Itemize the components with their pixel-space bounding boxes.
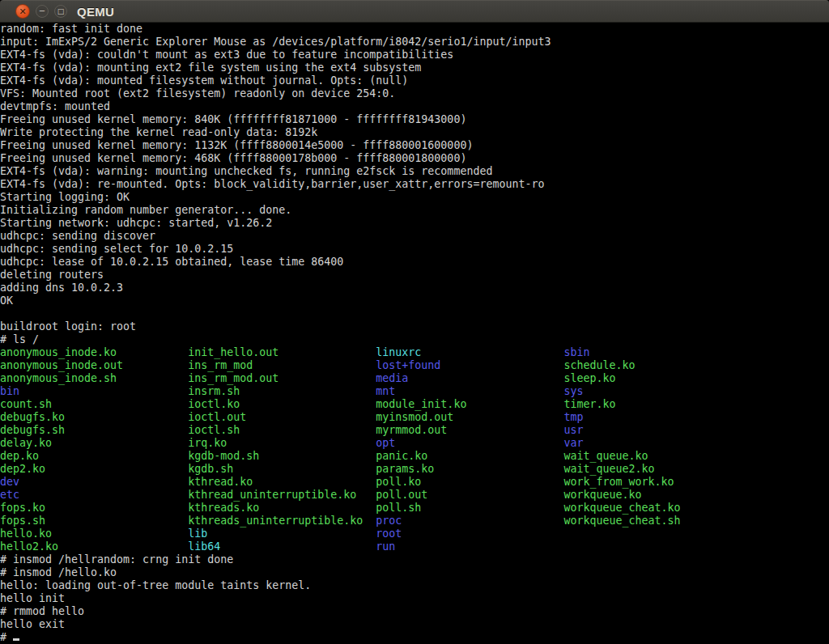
- ls-entry-exec: kthread.ko: [188, 476, 376, 489]
- ls-entry-dir: media: [376, 372, 563, 385]
- titlebar[interactable]: ✕ − □ QEMU: [0, 0, 829, 23]
- ls-entry-exec: schedule.ko: [563, 359, 635, 371]
- console-line: EXT4-fs (vda): couldn't mount as ext3 du…: [0, 49, 829, 61]
- ls-entry-exec: anonymous_inode.out: [0, 359, 188, 372]
- ls-row: debugfs.shioctl.shmyrmmod.outusr: [0, 424, 829, 437]
- ls-row: anonymous_inode.koinit_hello.outlinuxrcs…: [0, 346, 829, 359]
- ls-entry-exec: kthread_uninterruptible.ko: [188, 489, 376, 502]
- console-line: deleting routers: [0, 269, 829, 282]
- ls-entry-exec: ioctl.ko: [188, 398, 376, 411]
- console-line: Write protecting the kernel read-only da…: [0, 126, 829, 139]
- close-icon: ✕: [19, 7, 26, 16]
- terminal-screen[interactable]: random: fast init doneinput: ImExPS/2 Ge…: [0, 23, 829, 644]
- console-line: hello exit: [0, 618, 829, 631]
- ls-entry-exec: workqueue_cheat.ko: [563, 502, 680, 514]
- ls-entry-dir: proc: [376, 515, 563, 527]
- qemu-window: ✕ − □ QEMU random: fast init doneinput: …: [0, 0, 829, 644]
- console-line: EXT4-fs (vda): warning: mounting uncheck…: [0, 165, 829, 178]
- ls-entry-exec: poll.ko: [376, 476, 563, 489]
- ls-entry-exec: work_from_work.ko: [563, 476, 674, 488]
- ls-entry-exec: init_hello.out: [188, 346, 376, 359]
- ls-entry-exec: debugfs.sh: [0, 424, 188, 437]
- console-line: adding dns 10.0.2.3: [0, 282, 829, 294]
- console-line: Freeing unused kernel memory: 468K (ffff…: [0, 152, 829, 165]
- ls-entry-exec: dep.ko: [0, 450, 188, 463]
- console-line: Starting network: udhcpc: started, v1.26…: [0, 217, 829, 230]
- console-line: VFS: Mounted root (ext2 filesystem) read…: [0, 87, 829, 100]
- minimize-icon: −: [39, 7, 45, 15]
- window-title: QEMU: [57, 1, 114, 22]
- console-line: # rmmod hello: [0, 605, 829, 618]
- ls-entry-exec: timer.ko: [563, 398, 615, 410]
- ls-entry-exec: anonymous_inode.ko: [0, 346, 188, 359]
- ls-entry-dir: root: [376, 527, 402, 540]
- ls-row: debugfs.koioctl.outmyinsmod.outtmp: [0, 411, 829, 424]
- ls-row: fops.kokthreads.kopoll.shworkqueue_cheat…: [0, 502, 829, 515]
- console-line: udhcpc: sending discover: [0, 230, 829, 243]
- ls-row: dep.kokgdb-mod.shpanic.kowait_queue.ko: [0, 450, 829, 463]
- ls-entry-exec: anonymous_inode.sh: [0, 372, 188, 385]
- ls-entry-dir: dev: [0, 476, 188, 489]
- ls-entry-exec: irq.ko: [188, 437, 376, 450]
- ls-row: delay.koirq.kooptvar: [0, 437, 829, 450]
- ls-entry-exec: myinsmod.out: [376, 411, 563, 424]
- ls-entry-exec: ins_rm_mod.out: [188, 372, 376, 385]
- ls-row: anonymous_inode.shins_rm_mod.outmediasle…: [0, 372, 829, 385]
- terminal-cursor: [13, 638, 19, 641]
- ls-entry-exec: kthreads_uninterruptible.ko: [188, 515, 376, 527]
- console-line: buildroot login: root: [0, 320, 829, 333]
- ls-entry-dir: sys: [563, 385, 583, 397]
- ls-entry-exec: hello2.ko: [0, 540, 188, 553]
- ls-entry-dir: tmp: [563, 411, 583, 423]
- console-line: Starting logging: OK: [0, 191, 829, 204]
- console-line: input: ImExPS/2 Generic Explorer Mouse a…: [0, 36, 829, 49]
- ls-entry-exec: fops.ko: [0, 502, 188, 515]
- ls-entry-dir: run: [376, 540, 395, 553]
- ls-entry-exec: myrmmod.out: [376, 424, 563, 437]
- ls-entry-exec: params.ko: [376, 463, 563, 476]
- prompt-line: #: [0, 631, 829, 644]
- console-line: udhcpc: sending select for 10.0.2.15: [0, 243, 829, 256]
- ls-entry-exec: module_init.ko: [376, 398, 563, 411]
- console-line: # insmod /hello.ko: [0, 566, 829, 579]
- ls-row: hello2.kolib64run: [0, 540, 829, 553]
- ls-entry-link: lib64: [188, 540, 376, 553]
- ls-row: dep2.kokgdb.shparams.kowait_queue2.ko: [0, 463, 829, 476]
- console-line: OK: [0, 294, 829, 307]
- shell-prompt: #: [0, 631, 13, 643]
- ls-row: devkthread.kopoll.kowork_from_work.ko: [0, 476, 829, 489]
- ls-entry-exec: panic.ko: [376, 450, 563, 463]
- console-line: EXT4-fs (vda): mounting ext2 file system…: [0, 61, 829, 74]
- console-line: EXT4-fs (vda): re-mounted. Opts: block_v…: [0, 178, 829, 191]
- ls-row: count.shioctl.komodule_init.kotimer.ko: [0, 398, 829, 411]
- console-line: Freeing unused kernel memory: 840K (ffff…: [0, 113, 829, 126]
- ls-entry-exec: delay.ko: [0, 437, 188, 450]
- ls-entry-exec: ioctl.sh: [188, 424, 376, 437]
- ls-entry-exec: workqueue.ko: [563, 489, 641, 501]
- console-line: hello: loading out-of-tree module taints…: [0, 579, 829, 592]
- ls-entry-exec: workqueue_cheat.sh: [563, 515, 680, 527]
- ls-entry-exec: hello.ko: [0, 527, 188, 540]
- ls-entry-dir: var: [563, 437, 583, 449]
- ls-row: fops.shkthreads_uninterruptible.koprocwo…: [0, 515, 829, 527]
- ls-entry-exec: poll.sh: [376, 502, 563, 515]
- ls-entry-exec: wait_queue2.ko: [563, 463, 654, 475]
- minimize-button[interactable]: −: [36, 5, 49, 18]
- ls-entry-link: lib: [188, 527, 376, 540]
- ls-entry-exec: dep2.ko: [0, 463, 188, 476]
- ls-entry-exec: fops.sh: [0, 515, 188, 527]
- close-button[interactable]: ✕: [15, 4, 30, 19]
- console-line: udhcpc: lease of 10.0.2.15 obtained, lea…: [0, 256, 829, 269]
- ls-entry-dir: opt: [376, 437, 563, 450]
- ls-entry-exec: kgdb-mod.sh: [188, 450, 376, 463]
- ls-row: anonymous_inode.outins_rm_modlost+founds…: [0, 359, 829, 372]
- console-line: [0, 307, 829, 320]
- console-line: # ls /: [0, 333, 829, 346]
- ls-entry-exec: poll.out: [376, 489, 563, 502]
- console-line: Freeing unused kernel memory: 1132K (fff…: [0, 139, 829, 152]
- ls-entry-dir: mnt: [376, 385, 563, 398]
- console-line: random: fast init done: [0, 23, 829, 36]
- ls-entry-exec: count.sh: [0, 398, 188, 411]
- ls-row: hello.kolibroot: [0, 527, 829, 540]
- console-line: # insmod /hellrandom: crng init done: [0, 553, 829, 566]
